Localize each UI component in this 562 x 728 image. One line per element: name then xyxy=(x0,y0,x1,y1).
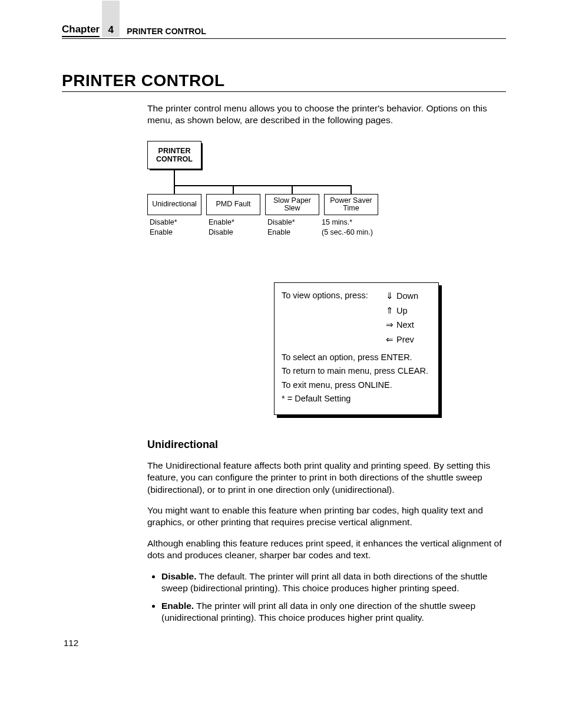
instr-return: To return to main menu, press CLEAR. xyxy=(282,365,431,377)
section-heading-unidirectional: Unidirectional xyxy=(147,439,506,451)
section-p3: Although enabling this feature reduces p… xyxy=(147,538,506,561)
instr-exit: To exit menu, press ONLINE. xyxy=(282,380,431,391)
node-slow-paper-slew: Slow Paper Slew xyxy=(265,194,319,215)
node-power-saver-time: Power Saver Time xyxy=(324,194,378,215)
up-arrow-icon: ⇑ xyxy=(385,305,394,317)
up-label: Up xyxy=(396,306,408,315)
prev-arrow-icon: ⇐ xyxy=(385,334,394,345)
opts-pmd-fault: Enable* Disable xyxy=(209,218,234,237)
root-node: PRINTER CONTROL xyxy=(147,141,201,169)
chapter-number: 4 xyxy=(102,1,120,37)
opts-unidirectional: Disable* Enable xyxy=(150,218,177,237)
instr-select: To select an option, press ENTER. xyxy=(282,352,431,364)
next-label: Next xyxy=(396,320,414,330)
chapter-label: Chapter xyxy=(62,24,100,37)
next-arrow-icon: ⇒ xyxy=(385,319,394,331)
bullet-enable: Enable. The printer will print all data … xyxy=(161,600,506,624)
main-title: PRINTER CONTROL xyxy=(62,71,506,92)
intro-paragraph: The printer control menu allows you to c… xyxy=(147,103,506,126)
node-pmd-fault: PMD Fault xyxy=(206,194,260,215)
down-label: Down xyxy=(396,291,418,301)
menu-tree-diagram: PRINTER CONTROL Unidirectional PMD Fault… xyxy=(147,141,506,247)
down-arrow-icon: ⇓ xyxy=(385,290,394,302)
opts-power-saver-time: 15 mins.* (5 sec.-60 min.) xyxy=(322,218,373,237)
page-number: 112 xyxy=(64,638,78,648)
bullet-disable: Disable. The default. The printer will p… xyxy=(161,571,506,594)
page-header: Chapter 4 PRINTER CONTROL xyxy=(62,24,506,39)
section-p2: You might want to enable this feature wh… xyxy=(147,505,506,528)
header-title: PRINTER CONTROL xyxy=(127,27,206,37)
instruction-box: To view options, press: ⇓ Down ⇑ Up ⇒ Ne… xyxy=(274,282,439,415)
instr-default-note: * = Default Setting xyxy=(282,393,431,405)
node-unidirectional: Unidirectional xyxy=(147,194,201,215)
opts-slow-paper-slew: Disable* Enable xyxy=(267,218,295,237)
section-bullet-list: Disable. The default. The printer will p… xyxy=(147,571,506,624)
view-options-label: To view options, press: xyxy=(282,290,385,302)
prev-label: Prev xyxy=(396,335,414,344)
section-p1: The Unidirectional feature affects both … xyxy=(147,460,506,495)
